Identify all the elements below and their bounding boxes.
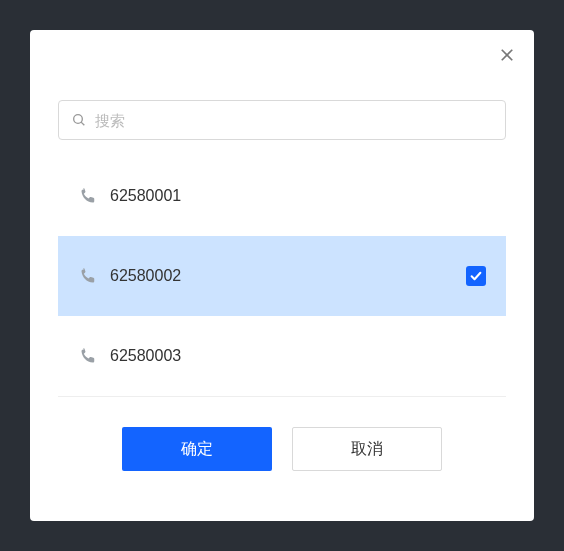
phone-icon (78, 266, 98, 286)
cancel-button[interactable]: 取消 (292, 427, 442, 471)
modal-title (30, 56, 534, 92)
svg-line-3 (81, 122, 84, 125)
list-item[interactable]: 62580001 (58, 156, 506, 236)
list-item[interactable]: 62580003 (58, 316, 506, 396)
search-field-wrap[interactable] (58, 100, 506, 140)
phone-icon (78, 186, 98, 206)
phone-icon (78, 346, 98, 366)
phone-list: 62580001 62580002 62580003 (58, 156, 506, 397)
svg-point-2 (74, 115, 83, 124)
search-input[interactable] (95, 112, 493, 129)
phone-number: 62580003 (110, 347, 181, 365)
check-icon (469, 269, 483, 283)
list-item[interactable]: 62580002 (58, 236, 506, 316)
selected-checkbox[interactable] (466, 266, 486, 286)
close-button[interactable] (498, 46, 516, 64)
search-icon (71, 112, 87, 128)
modal-actions: 确定 取消 (58, 427, 506, 471)
confirm-button[interactable]: 确定 (122, 427, 272, 471)
phone-number: 62580001 (110, 187, 181, 205)
phone-number: 62580002 (110, 267, 181, 285)
close-icon (498, 46, 516, 64)
phone-select-modal: 62580001 62580002 62580003 (30, 30, 534, 521)
